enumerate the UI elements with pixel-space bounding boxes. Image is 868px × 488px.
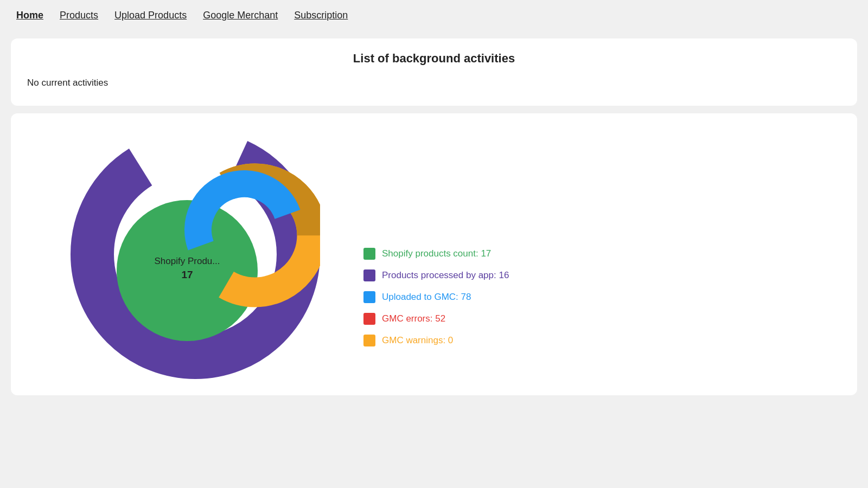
legend-label-warnings: GMC warnings: 0 [382,335,453,346]
main-nav: Home Products Upload Products Google Mer… [0,0,868,31]
legend-swatch-blue [363,291,375,303]
legend-item-uploaded: Uploaded to GMC: 78 [363,291,509,303]
legend-item-warnings: GMC warnings: 0 [363,335,509,346]
legend-label-processed: Products processed by app: 16 [382,270,509,281]
legend-label-shopify-count: Shopify products count: 17 [382,248,491,259]
legend-swatch-red [363,313,375,325]
legend-swatch-purple [363,269,375,281]
legend-item-errors: GMC errors: 52 [363,313,509,325]
nav-subscription[interactable]: Subscription [294,10,348,21]
chart-card: Shopify Produ... 17 Shopify products cou… [11,113,857,395]
activities-card: List of background activities No current… [11,38,857,106]
legend-swatch-gold [363,335,375,346]
chart-center-label: Shopify Produ... [155,256,220,266]
legend-item-processed: Products processed by app: 16 [363,269,509,281]
donut-chart: Shopify Produ... 17 [71,130,320,379]
legend-item-shopify-count: Shopify products count: 17 [363,248,509,260]
nav-home[interactable]: Home [16,10,43,21]
nav-upload-products[interactable]: Upload Products [114,10,187,21]
no-activities-message: No current activities [27,75,841,93]
legend-swatch-green [363,248,375,260]
nav-products[interactable]: Products [60,10,98,21]
chart-legend: Shopify products count: 17 Products proc… [363,248,509,346]
chart-center-value: 17 [181,269,193,280]
legend-label-uploaded: Uploaded to GMC: 78 [382,292,471,303]
activities-title: List of background activities [27,52,841,66]
nav-google-merchant[interactable]: Google Merchant [203,10,278,21]
legend-label-errors: GMC errors: 52 [382,313,445,324]
